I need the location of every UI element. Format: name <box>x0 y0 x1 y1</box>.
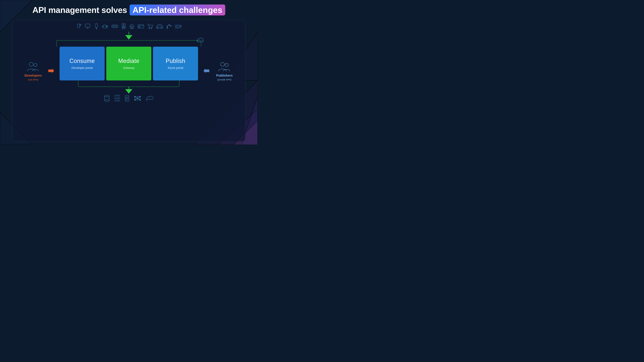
svg-rect-10 <box>85 24 90 27</box>
robot-arm-icon <box>166 23 172 30</box>
svg-point-50 <box>105 95 109 97</box>
arrow-right-red-icon <box>48 68 55 74</box>
consume-title: Consume <box>70 58 95 64</box>
svg-rect-13 <box>96 24 98 27</box>
api-boxes-area: Consume Developer portal Mediate Gateway… <box>56 40 201 102</box>
svg-rect-30 <box>138 25 144 28</box>
middle-section: Developers (use APIs) <box>22 40 236 102</box>
svg-rect-45 <box>175 25 180 28</box>
mediate-title: Mediate <box>118 58 140 64</box>
consume-box: Consume Developer portal <box>60 47 105 80</box>
svg-point-33 <box>149 28 150 29</box>
svg-point-20 <box>106 26 107 27</box>
cloud-bottom-icon <box>146 95 154 101</box>
publishers-section: Publishers (provide APIs) <box>210 61 236 81</box>
top-arrow-area <box>125 32 132 39</box>
gamepad-icon <box>102 24 108 30</box>
svg-rect-35 <box>156 26 163 28</box>
svg-line-66 <box>135 98 138 100</box>
publisher-arrow <box>203 68 210 74</box>
svg-point-47 <box>29 62 33 66</box>
svg-point-15 <box>96 28 97 29</box>
svg-line-39 <box>167 25 169 26</box>
svg-line-67 <box>138 98 140 100</box>
phone-touch-icon <box>76 23 82 30</box>
usb-icon <box>94 23 99 30</box>
publish-subtitle: Azure portal <box>168 66 183 70</box>
svg-point-23 <box>115 25 117 27</box>
publishers-sublabel: (provide APIs) <box>217 78 232 81</box>
backend-icons-row: 101010101010101 <box>104 95 154 102</box>
svg-point-73 <box>220 62 224 66</box>
device-icons-row <box>76 23 182 30</box>
speaker-icon <box>121 23 126 30</box>
vr-headset-icon <box>111 24 118 29</box>
svg-point-46 <box>176 26 178 27</box>
svg-rect-32 <box>138 27 140 27</box>
diagram-container: Developers (use APIs) <box>12 20 246 142</box>
three-boxes-row: Consume Developer portal Mediate Gateway… <box>56 47 201 80</box>
svg-marker-72 <box>204 68 209 73</box>
svg-rect-29 <box>131 27 132 28</box>
svg-rect-7 <box>78 24 80 27</box>
developer-arrow <box>48 68 55 74</box>
developers-icon <box>27 61 40 73</box>
dashed-top-border <box>56 40 201 47</box>
svg-line-64 <box>135 97 138 98</box>
svg-rect-54 <box>125 95 129 101</box>
developers-sublabel: (use APIs) <box>28 78 38 81</box>
svg-point-22 <box>113 25 114 27</box>
svg-point-27 <box>123 24 124 25</box>
document-icon <box>124 95 130 101</box>
svg-point-74 <box>225 63 228 67</box>
payment-icon <box>138 24 144 30</box>
svg-rect-28 <box>130 26 134 28</box>
home-icon <box>129 23 135 30</box>
svg-point-19 <box>106 26 106 26</box>
dashed-bottom-border <box>78 80 180 87</box>
svg-line-9 <box>80 24 81 25</box>
svg-marker-49 <box>48 68 54 73</box>
title-section: API management solves API-related challe… <box>32 4 225 15</box>
bottom-arrow-area <box>125 87 132 94</box>
svg-point-25 <box>122 26 125 28</box>
mediate-box: Mediate Gateway <box>106 47 151 80</box>
cloud-icon <box>196 37 204 44</box>
svg-rect-21 <box>112 25 118 27</box>
monitor-icon <box>85 23 91 30</box>
title-plain-text: API management solves <box>32 5 127 15</box>
bottom-down-arrow <box>125 89 132 94</box>
database-icon <box>104 95 110 102</box>
publish-box: Publish Azure portal <box>153 47 198 80</box>
svg-point-26 <box>123 26 124 27</box>
svg-point-48 <box>34 63 37 67</box>
network-icon <box>134 95 141 101</box>
developers-label: Developers <box>24 74 42 77</box>
cart-icon <box>147 23 153 30</box>
svg-point-34 <box>151 28 152 29</box>
top-down-arrow <box>125 35 132 39</box>
publishers-label: Publishers <box>216 74 233 77</box>
camera-icon <box>175 24 182 30</box>
developers-section: Developers (use APIs) <box>22 61 48 81</box>
consume-subtitle: Developer portal <box>72 66 93 70</box>
binary-data-icon: 101010101010101 <box>114 95 120 102</box>
vehicle-icon <box>156 24 163 30</box>
svg-point-53 <box>105 100 109 101</box>
mediate-subtitle: Gateway <box>123 66 134 70</box>
publishers-icon <box>218 61 231 73</box>
arrow-left-blue-icon <box>203 68 210 74</box>
title-highlight-text: API-related challenges <box>130 4 225 15</box>
publish-title: Publish <box>166 58 185 64</box>
svg-line-65 <box>138 97 140 98</box>
